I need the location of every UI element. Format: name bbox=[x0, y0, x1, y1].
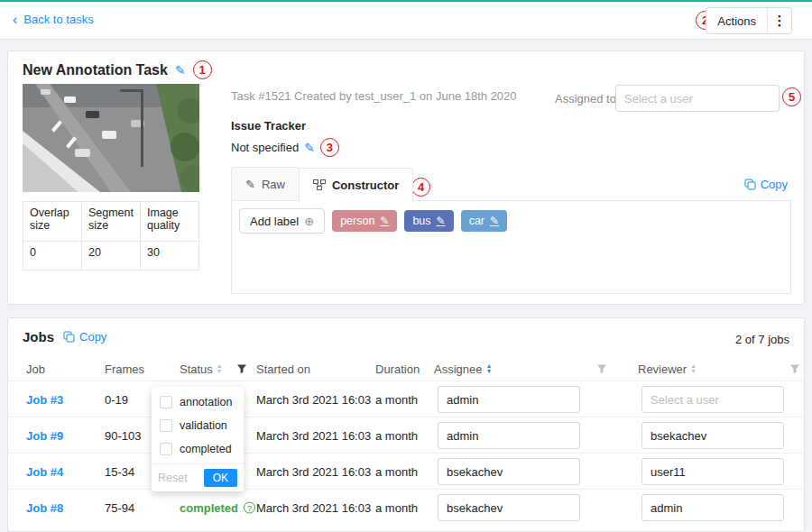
column-job: Job bbox=[26, 362, 45, 375]
preview-road-scene bbox=[23, 84, 199, 192]
checkbox[interactable] bbox=[160, 396, 172, 408]
assigned-to-input[interactable] bbox=[615, 85, 780, 112]
filter-option-label: validation bbox=[180, 419, 227, 432]
started-cell: March 3rd 2021 16:03 bbox=[256, 428, 371, 442]
sort-icon[interactable]: ▲▼ bbox=[690, 363, 697, 374]
label-chip-person-name: person bbox=[340, 215, 374, 227]
constructor-icon bbox=[313, 179, 326, 190]
filter-ok-button[interactable]: OK bbox=[204, 469, 237, 487]
sort-icon-active[interactable]: ▲▼ bbox=[485, 363, 492, 374]
add-label-text: Add label bbox=[250, 215, 299, 228]
job-link[interactable]: Job #8 bbox=[26, 501, 63, 515]
issue-tracker-value: Not specified bbox=[231, 141, 299, 154]
status-filter-dropdown: annotation validation completed Reset OK bbox=[152, 387, 244, 491]
duration-cell: a month bbox=[375, 428, 418, 442]
add-label-button[interactable]: Add label ⊕ bbox=[239, 208, 325, 234]
job-link[interactable]: Job #3 bbox=[26, 392, 63, 406]
label-chip-car[interactable]: car ✎ bbox=[461, 210, 507, 232]
jobs-copy-label: Copy bbox=[79, 330, 106, 344]
label-chip-car-name: car bbox=[469, 215, 484, 227]
filter-option-label: completed bbox=[180, 443, 232, 455]
param-value-segment: 20 bbox=[81, 242, 140, 271]
task-parameters-table: Overlap size Segment size Image quality … bbox=[23, 201, 199, 271]
annotation-circle-3: 3 bbox=[320, 138, 339, 157]
label-chip-bus[interactable]: bus ✎ bbox=[404, 210, 453, 232]
checkbox[interactable] bbox=[160, 443, 172, 455]
plus-circle-icon: ⊕ bbox=[304, 215, 314, 228]
param-value-overlap: 0 bbox=[23, 242, 82, 271]
jobs-table-header: Job Frames Status ▲▼ Started on Duration… bbox=[8, 356, 804, 381]
table-row: Job #4 15-34 March 3rd 2021 16:03 a mont… bbox=[8, 454, 804, 490]
filter-option-label: annotation bbox=[180, 396, 232, 408]
tab-raw-label: Raw bbox=[262, 178, 285, 191]
chevron-left-icon: ‹ bbox=[13, 14, 17, 26]
back-to-tasks-link[interactable]: ‹ Back to tasks bbox=[13, 13, 94, 26]
filter-option-completed[interactable]: completed bbox=[152, 437, 244, 461]
reviewer-input[interactable] bbox=[641, 458, 784, 485]
job-link[interactable]: Job #4 bbox=[26, 464, 63, 478]
sort-icon[interactable]: ▲▼ bbox=[217, 363, 223, 374]
tab-constructor[interactable]: Constructor bbox=[299, 168, 413, 202]
filter-option-validation[interactable]: validation bbox=[152, 414, 244, 437]
copy-icon bbox=[63, 331, 75, 343]
assignee-input[interactable] bbox=[438, 386, 580, 413]
issue-tracker-label: Issue Tracker bbox=[231, 119, 306, 133]
jobs-title: Jobs bbox=[23, 329, 54, 344]
jobs-copy-button[interactable]: Copy bbox=[63, 330, 106, 344]
assignee-input[interactable] bbox=[438, 422, 580, 449]
edit-label-icon[interactable]: ✎ bbox=[380, 215, 389, 227]
edit-title-icon[interactable]: ✎ bbox=[175, 63, 186, 78]
reviewer-filter-icon[interactable] bbox=[789, 363, 800, 374]
more-icon[interactable]: ⋮ bbox=[768, 13, 791, 29]
labels-copy-label: Copy bbox=[761, 178, 788, 191]
task-title: New Annotation Task bbox=[23, 62, 168, 78]
task-preview-image bbox=[23, 84, 199, 192]
assignee-filter-icon[interactable] bbox=[596, 363, 607, 374]
annotation-circle-5: 5 bbox=[782, 87, 801, 106]
top-accent-bar bbox=[0, 0, 812, 2]
started-cell: March 3rd 2021 16:03 bbox=[256, 392, 371, 406]
edit-issue-tracker-icon[interactable]: ✎ bbox=[304, 141, 315, 155]
labels-constructor-panel: Add label ⊕ person ✎ bus ✎ car ✎ bbox=[231, 200, 791, 294]
column-status[interactable]: Status ▲▼ bbox=[180, 362, 223, 375]
reviewer-input[interactable] bbox=[641, 494, 784, 521]
tab-constructor-label: Constructor bbox=[332, 179, 399, 192]
reviewer-input[interactable] bbox=[641, 386, 784, 413]
label-chip-bus-name: bus bbox=[412, 215, 430, 227]
assignee-input[interactable] bbox=[438, 458, 580, 485]
annotation-circle-4: 4 bbox=[411, 178, 430, 197]
jobs-card: Jobs Copy 2 of 7 jobs Job Frames Status … bbox=[7, 317, 805, 532]
status-filter-icon[interactable] bbox=[236, 363, 247, 374]
status-cell: completed ? bbox=[180, 501, 255, 515]
actions-label: Actions bbox=[706, 14, 767, 28]
question-circle-icon[interactable]: ? bbox=[244, 502, 255, 514]
reviewer-input[interactable] bbox=[641, 422, 784, 449]
task-details-card: New Annotation Task ✎ 1 bbox=[7, 50, 805, 305]
started-cell: March 3rd 2021 16:03 bbox=[256, 464, 371, 478]
back-to-tasks-label: Back to tasks bbox=[23, 13, 93, 26]
copy-icon bbox=[744, 179, 756, 190]
duration-cell: a month bbox=[375, 392, 418, 406]
edit-label-icon[interactable]: ✎ bbox=[490, 215, 499, 227]
frames-cell: 75-94 bbox=[105, 501, 134, 515]
column-duration: Duration bbox=[375, 362, 420, 375]
job-link[interactable]: Job #9 bbox=[26, 428, 63, 442]
filter-reset-button[interactable]: Reset bbox=[158, 472, 188, 484]
filter-option-annotation[interactable]: annotation bbox=[152, 390, 244, 414]
task-meta: Task #1521 Created by test_user_1 on Jun… bbox=[231, 89, 517, 103]
column-started-on: Started on bbox=[256, 362, 310, 375]
assigned-to-label: Assigned to bbox=[555, 92, 616, 105]
label-chip-person[interactable]: person ✎ bbox=[332, 210, 397, 232]
labels-copy-button[interactable]: Copy bbox=[744, 178, 788, 191]
column-assignee[interactable]: Assignee ▲▼ bbox=[434, 362, 492, 375]
duration-cell: a month bbox=[375, 464, 418, 478]
frames-cell: 90-103 bbox=[105, 428, 141, 442]
edit-label-icon[interactable]: ✎ bbox=[437, 215, 446, 227]
tab-raw[interactable]: ✎ Raw bbox=[231, 167, 300, 201]
pencil-icon: ✎ bbox=[245, 178, 255, 191]
column-reviewer[interactable]: Reviewer ▲▼ bbox=[638, 362, 697, 375]
top-bar: ‹ Back to tasks 2 Actions ⋮ bbox=[0, 2, 812, 40]
checkbox[interactable] bbox=[160, 419, 172, 432]
actions-button[interactable]: Actions ⋮ bbox=[706, 7, 792, 34]
assignee-input[interactable] bbox=[438, 494, 580, 521]
